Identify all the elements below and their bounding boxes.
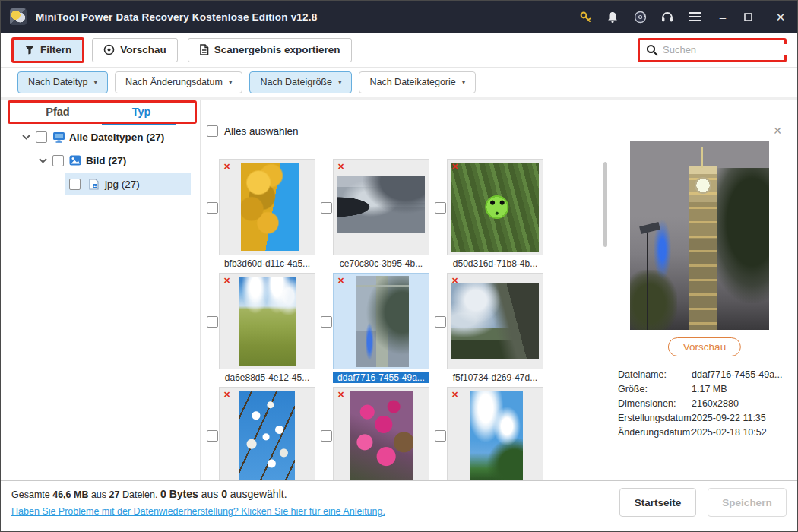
file-name-label[interactable]: ce70c80c-3b95-4b... [333,258,429,269]
grid-scrollbar-thumb[interactable] [603,162,607,247]
file-thumbnail[interactable]: ✕ [447,273,543,369]
help-link[interactable]: Haben Sie Probleme mit der Datenwiederhe… [11,506,385,517]
window-title: MiniTool Power Data Recovery Kostenlose … [36,11,317,23]
summary-segment: ausgewählt. [227,488,287,500]
preview-image [630,141,769,330]
file-checkbox[interactable] [321,316,332,328]
file-thumbnail[interactable]: ✕ [333,387,429,480]
sky-clouds-tree-thumbnail-image [470,391,523,480]
file-card: ✕ce70c80c-3b95-4b... [321,159,431,271]
app-window: MiniTool Power Data Recovery Kostenlose … [0,0,798,532]
tree-item-label: Alle Dateitypen (27) [69,131,164,143]
select-all-label: Alles auswählen [224,125,299,137]
file-checkbox[interactable] [207,316,218,328]
detail-value: 2025-09-22 11:35 [692,413,794,423]
preview-open-button[interactable]: Vorschau [668,337,741,356]
detail-label: Größe: [618,384,692,394]
preview-street-pole [647,228,648,330]
file-thumbnail[interactable]: ✕ [333,159,429,255]
save-button[interactable]: Speichern [708,488,787,517]
filter-chip-by-file-size[interactable]: Nach Dateigröße ▾ [249,71,352,93]
license-key-icon[interactable] [578,10,592,24]
file-name-label[interactable]: da6e88d5-4e12-45... [219,372,315,383]
search-box[interactable] [638,38,787,62]
file-checkbox[interactable] [207,430,218,442]
filter-chip-by-modified-date[interactable]: Nach Änderungsdatum ▾ [115,71,242,93]
select-all-checkbox[interactable] [207,125,218,137]
file-details: Dateiname:ddaf7716-7455-49a...Größe:1.17… [618,367,794,439]
preview-button[interactable]: Vorschau [92,38,178,62]
deleted-file-mark-icon: ✕ [451,162,458,172]
chevron-down-icon[interactable] [37,155,48,166]
tree-checkbox[interactable] [36,131,47,143]
detail-value: 2025-02-18 10:52 [692,427,794,438]
file-name-label[interactable]: d50d316d-71b8-4b... [447,258,543,269]
summary-segment: 27 [109,489,120,500]
sidebar: Pfad Typ Alle Dateitypen (27) [1,100,201,480]
tree-checkbox[interactable] [52,155,64,166]
filter-button[interactable]: Filtern [14,40,82,61]
jpg-file-icon [87,178,100,190]
chevron-down-icon[interactable] [21,131,31,142]
maximize-icon[interactable] [744,13,759,21]
file-name-label[interactable]: ddaf7716-7455-49a... [333,372,429,383]
detail-row: Dimensionen:2160x2880 [618,396,794,410]
tab-typ[interactable]: Typ [111,100,172,124]
app-logo-icon [10,8,27,25]
chevron-down-icon: ▾ [338,78,342,86]
cliff-thumbnail-image [451,283,539,359]
file-checkbox[interactable] [435,430,446,442]
chip-label: Nach Änderungsdatum [125,77,223,87]
select-all-row: Alles auswählen [207,125,299,137]
file-card: ✕f5f10734-d269-47d... [435,273,545,385]
close-icon[interactable]: ✕ [773,11,788,23]
filter-button-label: Filtern [40,44,71,55]
preview-foliage-bottom-left [630,270,677,330]
search-input[interactable] [663,44,796,55]
detail-row: Änderungsdatum:2025-02-18 10:52 [618,425,794,439]
clock-tower-thumbnail-image [356,276,409,367]
file-card: ✕ [435,387,545,480]
file-checkbox[interactable] [321,202,332,214]
file-name-label[interactable]: f5f10734-d269-47d... [447,372,543,383]
filter-chip-by-file-type[interactable]: Nach Dateityp ▾ [17,71,108,93]
file-card: ✕ [207,387,317,480]
tree-checkbox[interactable] [69,179,81,190]
file-name-label[interactable]: bfb3d60d-d11c-4a5... [219,258,315,269]
chevron-down-icon: ▾ [229,78,233,86]
image-icon [68,154,82,166]
support-headset-icon[interactable] [660,10,674,24]
minimize-icon[interactable]: – [715,11,730,23]
bootable-media-disc-icon[interactable] [633,10,647,24]
file-checkbox[interactable] [435,316,446,328]
summary-segment: 0 Bytes [160,488,198,500]
home-button[interactable]: Startseite [619,488,696,517]
menu-icon[interactable] [688,10,701,24]
tree-item-all-file-types[interactable]: Alle Dateitypen (27) [21,127,164,147]
deleted-file-mark-icon: ✕ [451,276,458,286]
preview-close-icon[interactable]: ✕ [773,125,782,136]
summary-segment: aus [198,488,221,500]
export-button-label: Scanergebnis exportieren [214,44,340,55]
summary-segment: 0 [221,488,227,500]
file-thumbnail[interactable]: ✕ [447,387,543,480]
preview-clock-face [695,177,711,194]
file-thumbnail[interactable]: ✕ [447,159,543,255]
tab-pfad[interactable]: Pfad [24,100,92,124]
tree-item-bild[interactable]: Bild (27) [37,150,126,170]
tree-item-jpg[interactable]: jpg (27) [69,174,140,194]
file-checkbox[interactable] [207,202,218,214]
file-thumbnail[interactable]: ✕ [333,273,429,369]
file-thumbnail[interactable]: ✕ [219,159,315,255]
file-checkbox[interactable] [435,202,446,214]
preview-button-label: Vorschau [120,44,166,55]
detail-label: Erstellungsdatum [618,413,692,423]
detail-label: Dimensionen: [618,398,692,409]
file-thumbnail[interactable]: ✕ [219,387,315,480]
active-tab-underline [102,122,176,125]
export-scan-result-button[interactable]: Scanergebnis exportieren [188,38,352,62]
filter-chip-by-file-category[interactable]: Nach Dateikategorie ▾ [359,71,476,93]
file-thumbnail[interactable]: ✕ [219,273,315,369]
file-checkbox[interactable] [321,430,332,442]
notification-bell-icon[interactable] [606,10,619,24]
